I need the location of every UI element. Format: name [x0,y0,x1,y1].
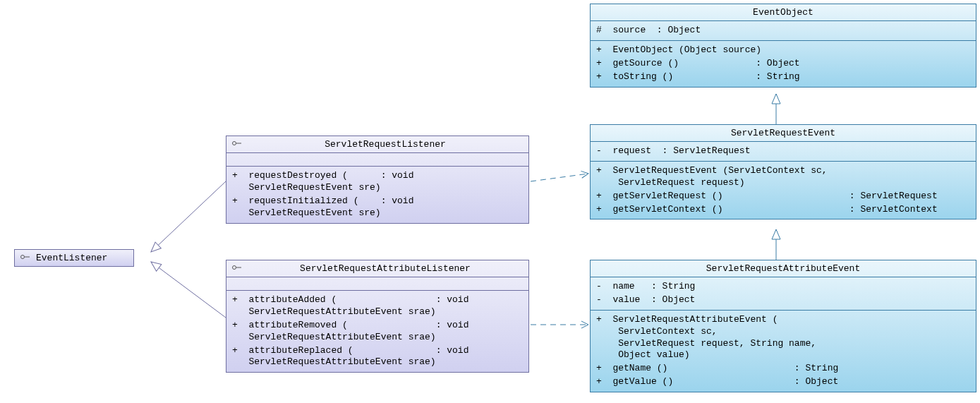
method-row: + requestDestroyed ( : void ServletReque… [232,169,523,195]
attributes-compartment [226,277,528,291]
class-title: ServletRequestListener [226,136,528,153]
class-title: EventListener [15,250,133,266]
interface-icon [20,253,30,263]
method-row: + requestInitialized ( : void ServletReq… [232,195,523,220]
field-row: - name : String [596,280,970,294]
method-row: + getName () : String [596,362,970,375]
method-row: + getServletRequest () : ServletRequest [596,190,970,203]
class-servlet-request-event: ServletRequestEvent - request : ServletR… [590,124,976,219]
class-title: EventObject [591,4,976,21]
method-row: + getSource () : Object [596,57,970,71]
attributes-compartment [226,153,528,167]
operations-compartment: + requestDestroyed ( : void ServletReque… [226,167,528,223]
method-row: + ServletRequestEvent (ServletContext sc… [596,164,970,190]
method-row: + attributeReplaced ( : void ServletRequ… [232,344,523,370]
class-title: ServletRequestAttributeEvent [591,260,976,277]
class-servlet-request-attribute-listener: ServletRequestAttributeListener + attrib… [226,260,529,373]
class-name: ServletRequestEvent [731,128,835,138]
operations-compartment: + ServletRequestAttributeEvent ( Servlet… [591,311,976,392]
class-name: EventListener [36,253,107,263]
class-title: ServletRequestAttributeListener [226,260,528,277]
operations-compartment: + attributeAdded ( : void ServletRequest… [226,291,528,372]
method-row: + getValue () : Object [596,375,970,389]
class-event-object: EventObject # source : Object + EventObj… [590,4,976,88]
method-row: + EventObject (Object source) [596,44,970,57]
class-event-listener: EventListener [14,249,134,267]
svg-point-0 [21,255,25,259]
attributes-compartment: - request : ServletRequest [591,142,976,162]
class-name: ServletRequestAttributeEvent [706,263,860,274]
svg-point-4 [233,266,236,270]
dep-srl-sre [531,174,588,181]
class-servlet-request-attribute-event: ServletRequestAttributeEvent - name : St… [590,260,976,392]
method-row: + ServletRequestAttributeEvent ( Servlet… [596,313,970,363]
method-row: + getServletContext () : ServletContext [596,203,970,217]
operations-compartment: + EventObject (Object source) + getSourc… [591,41,976,87]
method-row: + attributeAdded ( : void ServletRequest… [232,294,523,319]
class-title: ServletRequestEvent [591,125,976,142]
attributes-compartment: # source : Object [591,21,976,41]
field-row: # source : Object [596,24,970,37]
class-name: EventObject [753,7,813,18]
class-servlet-request-listener: ServletRequestListener + requestDestroye… [226,136,529,224]
operations-compartment: + ServletRequestEvent (ServletContext sc… [591,162,976,219]
gen-sral-el [151,262,226,318]
field-row: - request : ServletRequest [596,145,970,158]
field-row: - value : Object [596,294,970,307]
method-row: + attributeRemoved ( : void ServletReque… [232,319,523,344]
class-name: ServletRequestListener [248,139,523,150]
method-row: + toString () : String [596,71,970,84]
interface-icon [232,139,242,150]
svg-point-2 [233,142,236,145]
gen-srl-el [151,181,226,252]
attributes-compartment: - name : String - value : Object [591,277,976,311]
interface-icon [232,263,242,274]
class-name: ServletRequestAttributeListener [248,263,523,274]
